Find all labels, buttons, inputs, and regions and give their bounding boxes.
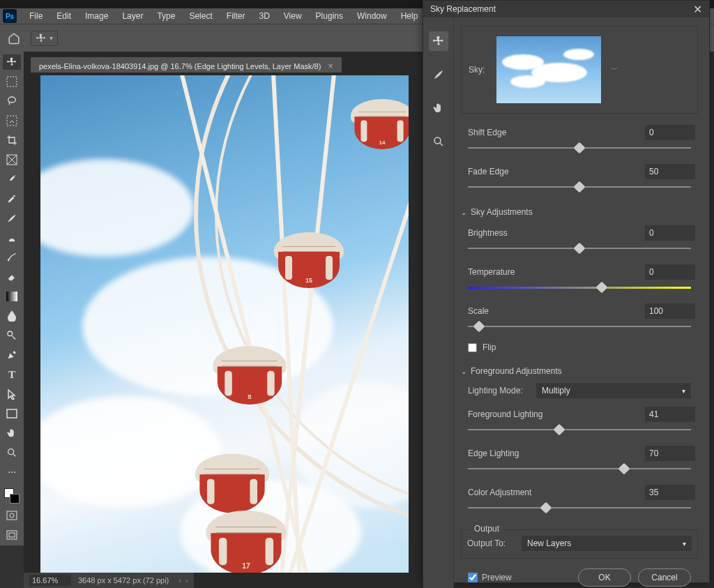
fade-edge-label: Fade Edge [468,167,509,176]
menu-3d[interactable]: 3D [252,10,276,22]
fade-edge-slider[interactable] [468,181,691,195]
dodge-tool[interactable] [3,328,21,343]
brush-tool[interactable] [3,211,21,226]
lighting-mode-label: Lighting Mode: [468,386,531,395]
nav-right-icon[interactable]: › [178,576,181,585]
close-tab-icon[interactable]: × [328,61,333,71]
close-dialog-icon[interactable]: ✕ [693,3,702,16]
gradient-tool[interactable] [3,289,21,304]
status-nav: › ‹ [178,576,188,585]
shift-edge-value[interactable] [645,125,695,140]
temperature-slider[interactable] [468,281,691,295]
ps-logo: Ps [3,9,17,23]
brightness-label: Brightness [468,228,508,238]
dialog-move-tool[interactable] [429,31,448,51]
menu-window[interactable]: Window [350,10,394,22]
temperature-value[interactable] [645,264,695,280]
path-selection-tool[interactable] [3,386,21,402]
marquee-tool[interactable] [3,74,21,89]
output-to-dropdown[interactable]: New Layers ▾ [522,536,692,551]
healing-brush-tool[interactable] [3,191,21,206]
brightness-value[interactable] [645,225,695,241]
fade-edge-value[interactable] [645,164,695,179]
dialog-title: Sky Replacement [430,4,496,14]
dialog-zoom-tool[interactable] [429,132,448,151]
foreground-lighting-slider[interactable] [468,423,691,437]
dialog-hand-tool[interactable] [429,98,448,118]
lasso-tool[interactable] [3,93,21,109]
output-group: Output Output To: New Layers ▾ [461,529,698,559]
cabin-number: 8 [248,393,251,400]
nav-left-icon[interactable]: ‹ [185,576,188,585]
menu-file[interactable]: File [22,10,50,22]
menu-filter[interactable]: Filter [220,10,252,22]
sky-adjustments-header[interactable]: ⌄Sky Adjustments [461,207,698,217]
color-swatches[interactable] [4,488,20,504]
svg-point-15 [434,137,441,144]
dialog-brush-tool[interactable] [429,65,448,84]
flip-checkbox[interactable] [468,343,477,352]
cabin-number: 14 [379,140,385,146]
hand-tool[interactable] [3,425,21,441]
edge-lighting-value[interactable] [645,446,695,461]
menu-view[interactable]: View [277,10,309,22]
scale-slider[interactable] [468,320,691,334]
ok-button[interactable]: OK [578,568,631,587]
sky-label: Sky: [469,65,489,75]
shift-edge-slider[interactable] [468,142,691,156]
temperature-label: Temperature [468,267,515,277]
chevron-down-icon: ⌄ [461,209,466,216]
color-adjustment-slider[interactable] [468,502,691,515]
menu-select[interactable]: Select [182,10,219,22]
type-tool[interactable]: T [3,367,21,382]
menu-edit[interactable]: Edit [50,10,78,22]
quick-mask-tool[interactable] [3,508,21,523]
eyedropper-tool[interactable] [3,172,21,187]
menu-plugins[interactable]: Plugins [309,10,350,22]
preview-checkbox[interactable] [468,573,478,582]
screen-mode-tool[interactable] [3,527,21,543]
cancel-button[interactable]: Cancel [638,568,691,587]
zoom-field[interactable]: 16.67% [29,575,71,586]
brightness-slider[interactable] [468,242,691,256]
history-brush-tool[interactable] [3,250,21,265]
flip-label: Flip [483,342,496,352]
document-info: 3648 px x 5472 px (72 ppi) [78,576,169,585]
svg-point-12 [10,513,14,518]
clone-stamp-tool[interactable] [3,230,21,246]
move-tool-options[interactable]: ▾ [31,31,58,46]
document-tab-title: pexels-Elina-volkova-18403914.jpg @ 16.7… [39,62,321,70]
crop-tool[interactable] [3,133,21,148]
more-tools-icon[interactable]: ⋯ [3,465,21,480]
menu-type[interactable]: Type [150,10,182,22]
status-bar: 16.67% 3648 px x 5472 px (72 ppi) › ‹ [24,573,194,588]
object-selection-tool[interactable] [3,113,21,128]
eraser-tool[interactable] [3,269,21,285]
foreground-lighting-value[interactable] [645,407,695,422]
blur-tool[interactable] [3,308,21,324]
svg-rect-9 [7,409,17,418]
sky-dropdown-icon[interactable]: ﹀ [611,65,618,75]
color-adjustment-value[interactable] [645,485,695,500]
canvas-image: 14 15 8 17 [40,75,409,573]
frame-tool[interactable] [3,152,21,167]
dialog-titlebar[interactable]: Sky Replacement ✕ [423,1,709,17]
menu-help[interactable]: Help [394,10,425,22]
dialog-panel: Sky: ﹀ Shift Edge Fade Edge ⌄Sky Adjustm… [454,17,709,588]
menu-layer[interactable]: Layer [115,10,150,22]
chevron-down-icon: ▾ [682,387,685,395]
zoom-tool[interactable] [3,445,21,460]
foreground-adjustments-header[interactable]: ⌄Foreground Adjustments [461,366,698,376]
rectangle-tool[interactable] [3,406,21,421]
svg-rect-0 [7,77,17,86]
move-tool[interactable] [3,54,21,70]
scale-value[interactable] [645,303,695,319]
scale-label: Scale [468,306,489,316]
sky-preset-thumbnail[interactable] [496,36,601,103]
home-button[interactable] [6,30,22,47]
edge-lighting-slider[interactable] [468,462,691,476]
shift-edge-label: Shift Edge [468,128,506,137]
pen-tool[interactable] [3,347,21,363]
lighting-mode-dropdown[interactable]: Multiply ▾ [536,383,691,398]
menu-image[interactable]: Image [78,10,115,22]
